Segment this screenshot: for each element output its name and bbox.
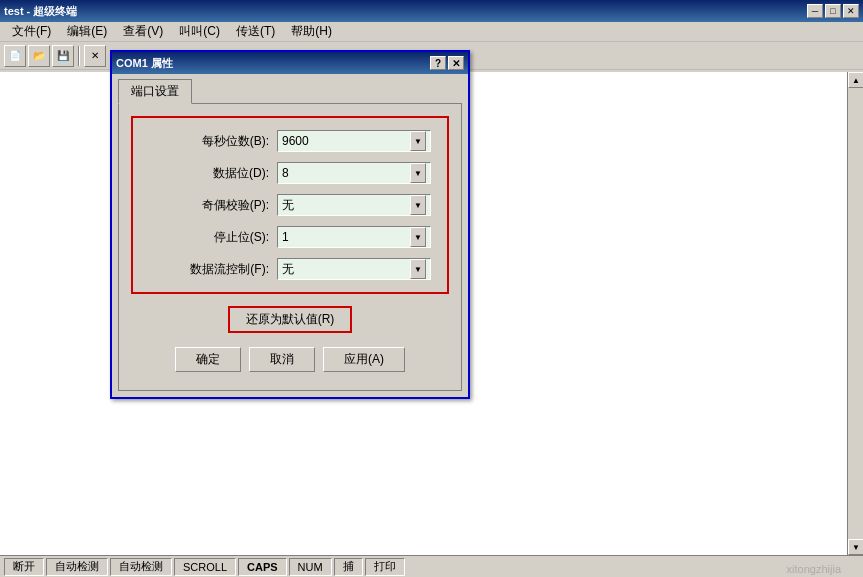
dialog-tabs: 端口设置 — [112, 74, 468, 103]
status-capture: 捕 — [334, 558, 363, 576]
parity-select[interactable]: 无 ▼ — [277, 194, 431, 216]
parity-value: 无 — [282, 197, 410, 214]
watermark: xitongzhijia — [787, 563, 841, 575]
data-bits-arrow[interactable]: ▼ — [410, 163, 426, 183]
status-num: NUM — [289, 558, 332, 576]
tab-port-settings[interactable]: 端口设置 — [118, 79, 192, 104]
ok-button[interactable]: 确定 — [175, 347, 241, 372]
baud-rate-row: 每秒位数(B): 9600 ▼ — [149, 130, 431, 152]
baud-rate-arrow[interactable]: ▼ — [410, 131, 426, 151]
parity-label: 奇偶校验(P): — [149, 197, 269, 214]
flow-control-select[interactable]: 无 ▼ — [277, 258, 431, 280]
baud-rate-label: 每秒位数(B): — [149, 133, 269, 150]
flow-control-value: 无 — [282, 261, 410, 278]
status-bar: 断开 自动检测 自动检测 SCROLL CAPS NUM 捕 打印 xitong… — [0, 555, 863, 577]
dialog-help-button[interactable]: ? — [430, 56, 446, 70]
status-scroll: SCROLL — [174, 558, 236, 576]
status-disconnect: 断开 — [4, 558, 44, 576]
flow-control-label: 数据流控制(F): — [149, 261, 269, 278]
status-auto-detect-1: 自动检测 — [46, 558, 108, 576]
parity-row: 奇偶校验(P): 无 ▼ — [149, 194, 431, 216]
status-print: 打印 — [365, 558, 405, 576]
stop-bits-label: 停止位(S): — [149, 229, 269, 246]
data-bits-select[interactable]: 8 ▼ — [277, 162, 431, 184]
stop-bits-select[interactable]: 1 ▼ — [277, 226, 431, 248]
flow-control-row: 数据流控制(F): 无 ▼ — [149, 258, 431, 280]
stop-bits-value: 1 — [282, 230, 410, 244]
stop-bits-row: 停止位(S): 1 ▼ — [149, 226, 431, 248]
data-bits-value: 8 — [282, 166, 410, 180]
dialog-close-button[interactable]: ✕ — [448, 56, 464, 70]
cancel-button[interactable]: 取消 — [249, 347, 315, 372]
apply-button[interactable]: 应用(A) — [323, 347, 405, 372]
baud-rate-select[interactable]: 9600 ▼ — [277, 130, 431, 152]
data-bits-row: 数据位(D): 8 ▼ — [149, 162, 431, 184]
status-auto-detect-2: 自动检测 — [110, 558, 172, 576]
data-bits-label: 数据位(D): — [149, 165, 269, 182]
dialog-title-bar: COM1 属性 ? ✕ — [112, 52, 468, 74]
flow-control-arrow[interactable]: ▼ — [410, 259, 426, 279]
baud-rate-value: 9600 — [282, 134, 410, 148]
settings-box: 每秒位数(B): 9600 ▼ 数据位(D): 8 ▼ 奇偶校验(P): — [131, 116, 449, 294]
reset-btn-container: 还原为默认值(R) — [131, 306, 449, 333]
dialog-content: 每秒位数(B): 9600 ▼ 数据位(D): 8 ▼ 奇偶校验(P): — [118, 103, 462, 391]
reset-defaults-button[interactable]: 还原为默认值(R) — [228, 306, 353, 333]
com-properties-dialog: COM1 属性 ? ✕ 端口设置 每秒位数(B): 9600 ▼ — [110, 50, 470, 399]
stop-bits-arrow[interactable]: ▼ — [410, 227, 426, 247]
dialog-overlay: COM1 属性 ? ✕ 端口设置 每秒位数(B): 9600 ▼ — [0, 0, 863, 577]
parity-arrow[interactable]: ▼ — [410, 195, 426, 215]
dialog-title: COM1 属性 — [116, 56, 173, 71]
dialog-window-controls: ? ✕ — [430, 56, 464, 70]
status-caps: CAPS — [238, 558, 287, 576]
dialog-action-buttons: 确定 取消 应用(A) — [131, 343, 449, 378]
